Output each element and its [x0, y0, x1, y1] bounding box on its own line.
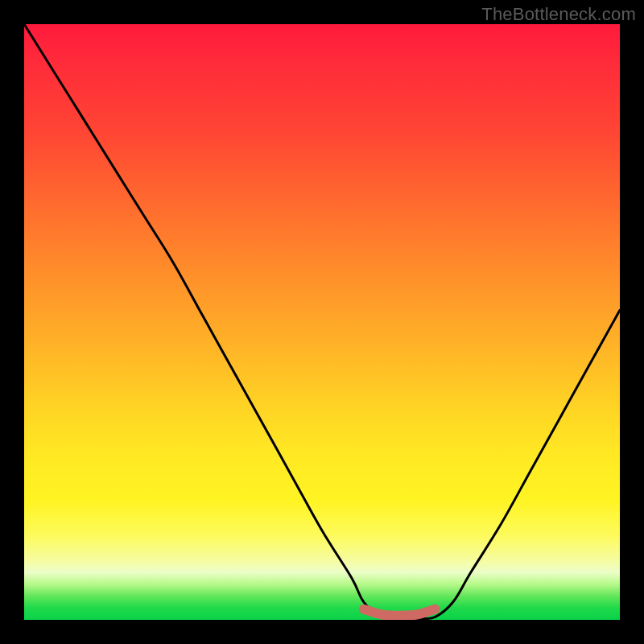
chart-frame: TheBottleneck.com: [0, 0, 644, 644]
watermark-text: TheBottleneck.com: [481, 4, 636, 25]
valley-marker-path: [364, 609, 436, 616]
curve-svg: [24, 24, 620, 620]
bottleneck-curve-path: [24, 24, 620, 619]
plot-area: [24, 24, 620, 620]
